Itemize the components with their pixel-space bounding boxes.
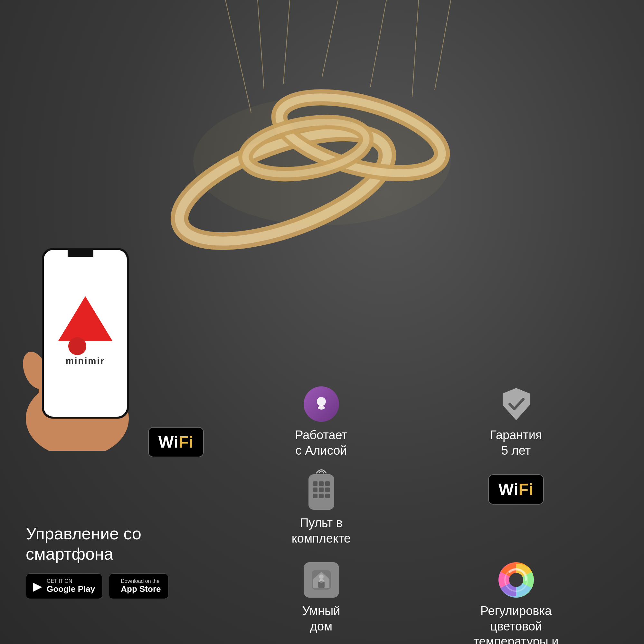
- color-temp-feature: Регулировкацветовойтемпературы ияркости: [420, 556, 612, 644]
- app-store-text: Download on the App Store: [121, 578, 161, 594]
- remote-dot: [313, 481, 317, 486]
- remote-icon-wrap: [308, 474, 334, 510]
- shield-icon: [500, 386, 532, 422]
- color-wheel-icon: [498, 562, 534, 598]
- wifi-badge: WiFi: [488, 474, 544, 505]
- svg-line-4: [370, 0, 386, 87]
- left-column: Управление со смартфона ▶ GET IT ON Goog…: [26, 374, 225, 625]
- wifi-section: WiFi: [148, 427, 204, 457]
- google-play-badge[interactable]: ▶ GET IT ON Google Play: [26, 573, 102, 599]
- warranty-feature: Гарантия5 лет: [420, 380, 612, 465]
- bottom-section: Управление со смартфона ▶ GET IT ON Goog…: [0, 354, 644, 644]
- remote-dot: [325, 481, 330, 486]
- google-play-main: Google Play: [47, 584, 95, 594]
- svg-point-13: [193, 97, 451, 225]
- remote-dot: [325, 488, 330, 492]
- svg-point-28: [317, 397, 326, 406]
- features-grid: Работаетс Алисой: [225, 374, 612, 625]
- remote-dot: [313, 488, 317, 492]
- remote-label: Пульт вкомплекте: [292, 516, 351, 546]
- svg-point-31: [319, 574, 324, 579]
- smart-home-icon: [304, 562, 339, 598]
- svg-line-6: [435, 0, 451, 90]
- smart-home-label: Умныйдом: [302, 603, 340, 634]
- wifi-label: WiFi: [158, 433, 194, 451]
- svg-line-5: [412, 0, 419, 97]
- google-play-text: GET IT ON Google Play: [47, 578, 95, 594]
- remote-dot: [319, 488, 324, 492]
- wifi-badge-main: WiFi: [148, 427, 204, 457]
- google-play-sub: GET IT ON: [47, 578, 95, 584]
- alice-feature: Работаетс Алисой: [225, 380, 417, 465]
- remote-dot: [325, 494, 330, 498]
- svg-rect-24: [68, 250, 93, 257]
- svg-point-26: [68, 337, 86, 355]
- svg-line-1: [258, 0, 264, 90]
- svg-line-2: [283, 0, 290, 84]
- wifi-text: WiFi: [498, 480, 534, 498]
- svg-point-33: [509, 573, 523, 587]
- remote-dot: [319, 481, 324, 486]
- svg-line-0: [225, 0, 251, 113]
- control-text: Управление со смартфона: [26, 524, 225, 564]
- alice-label: Работаетс Алисой: [295, 428, 347, 458]
- svg-line-3: [322, 0, 338, 77]
- smart-home-feature: Умныйдом: [225, 556, 417, 644]
- store-badges: ▶ GET IT ON Google Play Download on the …: [26, 573, 225, 599]
- alice-icon: [304, 386, 339, 422]
- remote-dot: [313, 494, 317, 498]
- svg-rect-32: [320, 579, 323, 581]
- warranty-label: Гарантия5 лет: [490, 428, 542, 458]
- color-temp-label: Регулировкацветовойтемпературы ияркости: [473, 603, 558, 644]
- remote-icon: [308, 474, 334, 510]
- remote-feature: Пульт вкомплекте: [225, 468, 417, 553]
- app-store-badge[interactable]: Download on the App Store: [109, 573, 168, 599]
- google-play-icon: ▶: [33, 580, 42, 593]
- wifi-feature: WiFi: [420, 468, 612, 553]
- app-store-sub: Download on the: [121, 578, 161, 584]
- app-store-main: App Store: [121, 584, 161, 594]
- remote-dot: [319, 494, 324, 498]
- remote-buttons: [313, 481, 330, 498]
